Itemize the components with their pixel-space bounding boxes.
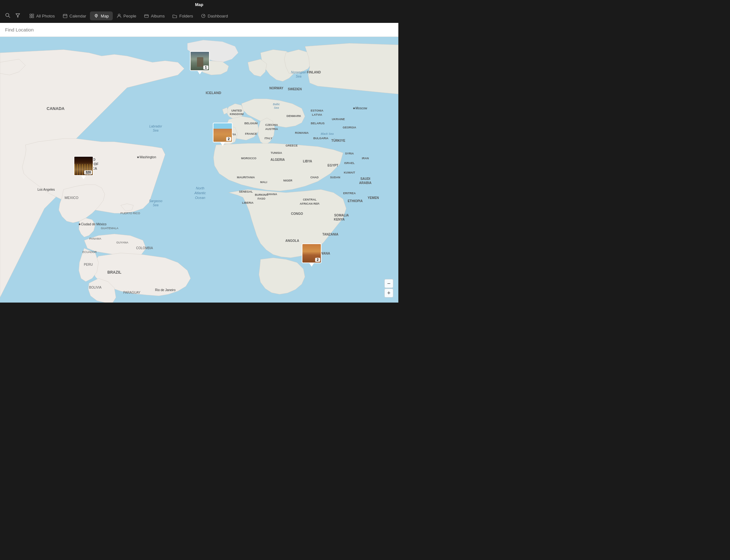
svg-text:BELARUS: BELARUS [311, 122, 325, 125]
svg-text:DENMARK: DENMARK [287, 114, 301, 118]
tab-map[interactable]: Map [90, 11, 113, 20]
svg-text:BELGIUM: BELGIUM [244, 122, 258, 125]
svg-point-12 [96, 15, 97, 16]
svg-text:GEORGIA: GEORGIA [343, 126, 357, 129]
photo-thumbnail-botswana: 2 [302, 243, 322, 263]
tab-all-photos[interactable]: All Photos [25, 11, 59, 20]
svg-text:ECUADOR: ECUADOR [82, 250, 97, 254]
photo-pin-botswana[interactable]: 2 [302, 243, 322, 267]
photo-pin-mexico[interactable]: 320 [74, 156, 93, 179]
svg-text:LIBERIA: LIBERIA [242, 201, 254, 204]
photo-thumbnail-mexico: 320 [74, 156, 93, 176]
svg-text:Sea: Sea [296, 75, 302, 78]
svg-text:ISRAEL: ISRAEL [344, 161, 355, 165]
search-input[interactable] [5, 27, 393, 32]
tab-albums-label: Albums [151, 14, 165, 18]
svg-text:SWEDEN: SWEDEN [288, 87, 302, 91]
map-container[interactable]: North Atlantic Ocean Labrador Sea Sargas… [0, 37, 398, 303]
svg-text:ETHIOPIA: ETHIOPIA [348, 199, 363, 203]
svg-text:Norwegian: Norwegian [291, 71, 306, 74]
svg-text:CHAD: CHAD [311, 176, 319, 179]
search-bar [0, 23, 398, 37]
svg-text:UKRAINE: UKRAINE [332, 118, 345, 121]
svg-text:Labrador: Labrador [149, 125, 162, 128]
svg-text:FRANCE: FRANCE [245, 132, 257, 135]
titlebar: Map [0, 0, 398, 9]
zoom-controls: − + [384, 279, 393, 297]
photo-count-mexico: 320 [84, 170, 92, 174]
tab-dashboard[interactable]: Dashboard [197, 11, 232, 20]
svg-text:LIBYA: LIBYA [303, 160, 312, 163]
pin-pointer-morocco [220, 142, 225, 146]
pin-pointer-iceland [197, 71, 202, 74]
album-icon [144, 13, 149, 18]
svg-text:MALI: MALI [260, 181, 267, 184]
svg-line-1 [9, 16, 10, 17]
filter-icon[interactable] [14, 11, 22, 20]
svg-text:★Moscow: ★Moscow [353, 106, 367, 110]
svg-text:UNITED: UNITED [231, 109, 242, 112]
photo-count-iceland: 1 [203, 65, 208, 70]
pin-pointer-botswana [309, 263, 314, 267]
svg-text:FASO: FASO [258, 197, 266, 200]
svg-text:MEXICO: MEXICO [65, 196, 78, 200]
svg-text:SOMALIA: SOMALIA [334, 214, 349, 217]
svg-text:SENEGAL: SENEGAL [239, 190, 253, 193]
svg-text:Black Sea: Black Sea [321, 132, 334, 135]
tab-calendar-label: Calendar [70, 14, 86, 18]
svg-text:GUATEMALA: GUATEMALA [101, 227, 119, 230]
svg-text:SYRIA: SYRIA [345, 152, 354, 155]
tab-all-photos-label: All Photos [36, 14, 55, 18]
photo-thumbnail-iceland: 1 [190, 51, 210, 71]
svg-rect-3 [30, 14, 31, 16]
svg-text:KENYA: KENYA [334, 218, 345, 221]
svg-text:CANADA: CANADA [47, 106, 65, 111]
svg-point-14 [118, 14, 120, 16]
svg-text:CZECHIA: CZECHIA [265, 123, 278, 126]
svg-text:ESTONIA: ESTONIA [311, 109, 324, 112]
calendar-icon [63, 13, 68, 18]
tab-people[interactable]: People [113, 11, 140, 20]
svg-text:BRAZIL: BRAZIL [107, 270, 121, 275]
svg-text:★Ciudad de México: ★Ciudad de México [78, 222, 106, 226]
svg-text:Rio de Janeiro: Rio de Janeiro [155, 288, 176, 292]
svg-text:TANZANIA: TANZANIA [323, 233, 338, 236]
pin-pointer-mexico [81, 175, 86, 179]
photo-count-botswana: 2 [315, 258, 320, 262]
svg-text:GHANA: GHANA [267, 193, 277, 196]
svg-text:CONGO: CONGO [291, 212, 303, 215]
tab-folders[interactable]: Folders [168, 11, 197, 20]
tab-people-label: People [124, 14, 136, 18]
svg-rect-5 [30, 16, 31, 18]
svg-text:KUWAIT: KUWAIT [344, 171, 355, 174]
svg-text:PERU: PERU [84, 263, 93, 266]
svg-point-18 [203, 16, 204, 16]
tab-calendar[interactable]: Calendar [59, 11, 90, 20]
svg-text:EGYPT: EGYPT [328, 164, 338, 167]
search-icon[interactable] [4, 11, 11, 20]
svg-text:GREECE: GREECE [286, 144, 298, 147]
svg-text:BULGARIA: BULGARIA [313, 137, 329, 140]
svg-text:Sea: Sea [274, 106, 279, 109]
photo-pin-morocco[interactable]: 2 [213, 123, 233, 146]
zoom-in-button[interactable]: + [384, 289, 393, 297]
svg-text:ALGERIA: ALGERIA [271, 158, 285, 161]
svg-text:ITALY: ITALY [265, 137, 273, 140]
svg-text:KINGDOM: KINGDOM [230, 113, 244, 116]
svg-text:ARABIA: ARABIA [359, 181, 372, 185]
tab-albums[interactable]: Albums [140, 11, 168, 20]
svg-text:Atlantic: Atlantic [194, 191, 206, 195]
svg-rect-4 [32, 14, 34, 16]
svg-text:SUDAN: SUDAN [330, 176, 340, 179]
svg-text:ERITREA: ERITREA [343, 192, 356, 195]
svg-text:TUNISIA: TUNISIA [271, 151, 283, 154]
svg-text:Sargasso: Sargasso [149, 199, 163, 203]
svg-text:YEMEN: YEMEN [367, 196, 379, 200]
photo-thumbnail-morocco: 2 [213, 123, 233, 142]
svg-text:PARAGUAY: PARAGUAY [123, 291, 140, 294]
tab-dashboard-label: Dashboard [208, 14, 228, 18]
zoom-out-button[interactable]: − [384, 279, 393, 288]
photo-pin-iceland[interactable]: 1 [190, 51, 210, 74]
svg-rect-15 [145, 15, 148, 17]
folder-icon [172, 13, 177, 18]
